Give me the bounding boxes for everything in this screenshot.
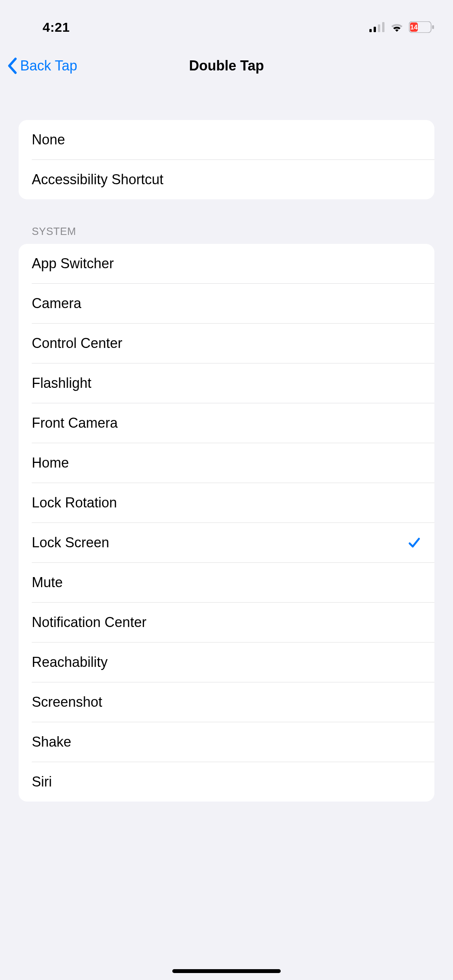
section-header-system: SYSTEM: [19, 226, 434, 244]
checkmark-icon: [407, 536, 421, 550]
option-row-front-camera[interactable]: Front Camera: [32, 403, 434, 443]
option-label: Control Center: [32, 335, 421, 351]
option-row-mute[interactable]: Mute: [32, 562, 434, 602]
option-label: Front Camera: [32, 415, 421, 431]
option-row-shake[interactable]: Shake: [32, 722, 434, 762]
option-row-lock-rotation[interactable]: Lock Rotation: [32, 483, 434, 523]
battery-percent-text: 14: [410, 24, 418, 31]
option-label: Siri: [32, 774, 421, 790]
option-label: Notification Center: [32, 614, 421, 630]
system-options-group: App SwitcherCameraControl CenterFlashlig…: [19, 244, 434, 802]
svg-rect-3: [382, 22, 384, 32]
general-options-group: NoneAccessibility Shortcut: [19, 120, 434, 199]
option-label: Flashlight: [32, 375, 421, 391]
option-label: Home: [32, 455, 421, 471]
status-right: 14: [369, 21, 434, 33]
option-label: Lock Screen: [32, 535, 407, 551]
wifi-icon: [390, 22, 404, 33]
option-label: Camera: [32, 295, 421, 312]
option-label: Screenshot: [32, 694, 421, 710]
option-row-flashlight[interactable]: Flashlight: [32, 363, 434, 403]
svg-rect-5: [432, 25, 434, 29]
back-label: Back Tap: [20, 58, 77, 74]
option-label: App Switcher: [32, 255, 421, 272]
svg-rect-1: [374, 27, 376, 32]
page-title: Double Tap: [189, 58, 264, 74]
option-row-reachability[interactable]: Reachability: [32, 642, 434, 682]
option-row-camera[interactable]: Camera: [32, 283, 434, 323]
option-label: Lock Rotation: [32, 495, 421, 511]
option-row-app-switcher[interactable]: App Switcher: [19, 244, 434, 283]
option-label: Shake: [32, 734, 421, 750]
status-time: 4:21: [43, 20, 70, 35]
battery-icon: 14: [409, 21, 434, 33]
cellular-signal-icon: [369, 22, 385, 32]
option-row-accessibility-shortcut[interactable]: Accessibility Shortcut: [32, 159, 434, 199]
option-label: Mute: [32, 574, 421, 591]
chevron-back-icon: [7, 57, 19, 74]
option-row-home[interactable]: Home: [32, 443, 434, 483]
option-row-siri[interactable]: Siri: [32, 762, 434, 802]
option-row-notification-center[interactable]: Notification Center: [32, 602, 434, 642]
option-row-none[interactable]: None: [19, 120, 434, 159]
nav-bar: Back Tap Double Tap: [0, 46, 453, 85]
content: NoneAccessibility Shortcut SYSTEM App Sw…: [0, 120, 453, 802]
status-bar: 4:21 14: [0, 0, 453, 46]
svg-rect-2: [378, 24, 380, 32]
option-label: None: [32, 132, 421, 148]
option-row-screenshot[interactable]: Screenshot: [32, 682, 434, 722]
svg-rect-0: [369, 29, 372, 32]
option-row-control-center[interactable]: Control Center: [32, 323, 434, 363]
option-label: Reachability: [32, 654, 421, 670]
option-row-lock-screen[interactable]: Lock Screen: [32, 523, 434, 562]
option-label: Accessibility Shortcut: [32, 171, 421, 188]
back-button[interactable]: Back Tap: [7, 46, 77, 85]
home-indicator: [172, 969, 281, 973]
